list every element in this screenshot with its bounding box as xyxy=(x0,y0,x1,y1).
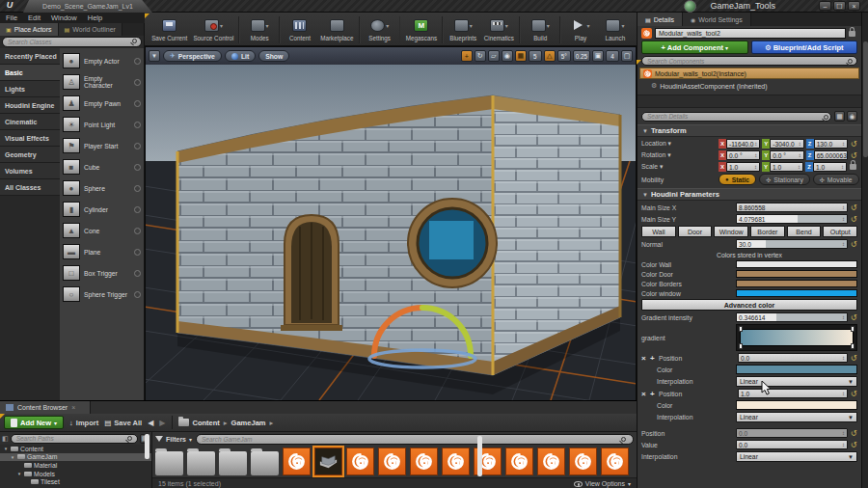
color-swatch[interactable] xyxy=(736,289,857,297)
gradient-stop-handle[interactable] xyxy=(851,326,854,332)
lit-button[interactable]: Lit xyxy=(225,50,256,62)
content-browser-tab[interactable]: Content Browser× xyxy=(0,401,91,414)
reset-location-icon[interactable]: ↺ xyxy=(850,140,857,149)
asset-hda-11[interactable] xyxy=(505,447,533,475)
rotation-x-field[interactable]: 0.0 °↕ xyxy=(726,150,760,160)
grid-snap-icon[interactable]: ▦ xyxy=(515,50,527,62)
collapse-sources-icon[interactable]: ◧ xyxy=(2,435,9,443)
grid-snap-value[interactable]: 5 xyxy=(529,50,542,62)
mobility-movable[interactable]: ✣Movable xyxy=(813,174,859,185)
viewport[interactable]: ▾ ✈Perspective Lit Show + ↻ ▱ ◉ ▦ 5 △ 5°… xyxy=(145,46,637,400)
reset-icon[interactable]: ↺ xyxy=(850,313,857,322)
stop-position-field[interactable]: 1.0↕ xyxy=(738,389,848,398)
gradient-stop-handle[interactable] xyxy=(851,343,854,349)
toolbar-cinematics[interactable]: ▾Cinematics xyxy=(480,18,517,41)
scale-x-field[interactable]: 1.0↕ xyxy=(726,162,760,172)
asset-hda-6[interactable] xyxy=(346,447,374,475)
rotation-y-field[interactable]: 0.0 °↕ xyxy=(770,150,803,160)
interpolation-dropdown[interactable]: Linear▼ xyxy=(736,451,857,462)
search-components-input[interactable] xyxy=(641,56,857,66)
tree-item-models[interactable]: ▾Models xyxy=(0,470,151,478)
scale-gizmo-icon[interactable]: ▱ xyxy=(488,50,500,62)
place-item-empty-pawn[interactable]: ♟Empty Pawn xyxy=(60,93,144,114)
stop-interpolation-dropdown[interactable]: Linear▼ xyxy=(736,412,857,422)
toolbar-launch[interactable]: ▾Launch xyxy=(598,18,633,41)
reset-icon[interactable]: ↺ xyxy=(850,203,857,212)
houdini-tab-bend[interactable]: Bend xyxy=(787,226,822,237)
close-button[interactable]: × xyxy=(848,1,860,11)
search-classes-input[interactable] xyxy=(2,37,142,47)
place-item-cube[interactable]: ■Cube xyxy=(60,156,144,177)
reset-icon[interactable]: ↺ xyxy=(850,215,857,224)
forward-arrow-icon[interactable]: ▶ xyxy=(159,419,165,427)
back-arrow-icon[interactable]: ◀ xyxy=(148,419,153,427)
expand-icon[interactable]: ▾ xyxy=(16,471,22,476)
category-houdini-engine[interactable]: Houdini Engine xyxy=(0,97,60,114)
asset-folder-1[interactable] xyxy=(187,451,215,475)
tree-item-material[interactable]: Material xyxy=(0,461,151,470)
location-x-field[interactable]: -11640.0↕ xyxy=(726,139,760,149)
breadcrumb-gamejam[interactable]: GameJam xyxy=(231,419,266,427)
reset-rotation-icon[interactable]: ↺ xyxy=(850,151,857,160)
drag-handle-icon[interactable] xyxy=(134,58,141,65)
category-geometry[interactable]: Geometry xyxy=(0,147,60,163)
position-field[interactable]: 0.0↕ xyxy=(736,428,848,438)
add-stop-icon[interactable]: + xyxy=(647,390,656,398)
breadcrumb-content[interactable]: Content xyxy=(193,419,220,427)
category-visual-effects[interactable]: Visual Effects xyxy=(0,130,60,147)
place-item-empty-character[interactable]: ♙Empty Character xyxy=(60,71,144,93)
drag-handle-icon[interactable] xyxy=(134,143,141,149)
toolbar-marketplace[interactable]: Marketplace xyxy=(317,18,357,41)
toolbar-build[interactable]: ▾Build xyxy=(523,18,557,41)
filters-button[interactable]: Filters▾ xyxy=(155,436,192,443)
toolbar-play[interactable]: ▾Play xyxy=(563,18,598,41)
gradient-intensity-field[interactable]: 0.346614↕ xyxy=(736,312,848,322)
drag-handle-icon[interactable] xyxy=(134,206,141,213)
drag-handle-icon[interactable] xyxy=(134,122,141,128)
menu-help[interactable]: Help xyxy=(88,14,102,22)
sources-scrollbar[interactable] xyxy=(145,434,149,459)
place-item-point-light[interactable]: ☀Point Light xyxy=(60,114,144,135)
camera-icon[interactable]: ▣ xyxy=(592,50,604,62)
blueprint-add-script-button[interactable]: ⚙Blueprint/Add Script xyxy=(751,41,858,54)
toolbar-modes[interactable]: ▾Modes xyxy=(242,18,277,41)
tab-place-actors[interactable]: ▣Place Actors xyxy=(0,23,59,36)
save-all-button[interactable]: ▤Save All xyxy=(104,419,142,427)
add-component-button[interactable]: +Add Component▾ xyxy=(641,41,748,54)
drag-handle-icon[interactable] xyxy=(134,100,141,107)
expand-icon[interactable]: ▾ xyxy=(3,446,9,451)
toolbar-content[interactable]: Content xyxy=(283,18,317,41)
transform-header[interactable]: ▼Transform xyxy=(637,124,861,137)
toolbar-settings[interactable]: ▾Settings xyxy=(363,18,397,41)
asset-hda-5[interactable] xyxy=(314,447,342,475)
reset-icon[interactable]: ↺ xyxy=(850,441,857,449)
place-item-cylinder[interactable]: ▮Cylinder xyxy=(60,199,144,220)
mobility-stationary[interactable]: ✣Stationary xyxy=(759,174,810,185)
stop-interpolation-dropdown[interactable]: Linear▼ xyxy=(736,376,857,387)
location-label[interactable]: Location ▾ xyxy=(641,140,717,148)
tree-item-content[interactable]: ▾Content xyxy=(0,445,151,453)
mobility-static[interactable]: ●Static xyxy=(719,174,756,185)
drag-handle-icon[interactable] xyxy=(134,79,141,86)
property-matrix-icon[interactable]: ▦ xyxy=(834,111,845,122)
place-item-plane[interactable]: ▬Plane xyxy=(60,241,144,262)
stop-position-field[interactable]: 0.0↕ xyxy=(738,353,848,363)
asset-folder-3[interactable] xyxy=(251,451,279,475)
rotation-label[interactable]: Rotation ▾ xyxy=(641,151,717,159)
main-size-x-field[interactable]: 8.860558↕ xyxy=(736,203,848,212)
add-stop-icon[interactable]: + xyxy=(647,354,656,363)
stop-color-swatch[interactable] xyxy=(736,365,857,374)
import-button[interactable]: ↓Import xyxy=(69,419,98,427)
search-assets-input[interactable] xyxy=(196,434,634,445)
drag-handle-icon[interactable] xyxy=(134,270,141,277)
category-all-classes[interactable]: All Classes xyxy=(0,179,60,196)
menu-file[interactable]: File xyxy=(6,14,17,22)
houdini-tab-wall[interactable]: Wall xyxy=(641,226,676,237)
houdini-tab-window[interactable]: Window xyxy=(714,226,748,237)
gradient-ramp[interactable] xyxy=(736,324,857,351)
main-size-y-field[interactable]: 4.079681↕ xyxy=(736,214,848,224)
normal-field[interactable]: 30.0↕ xyxy=(736,239,848,249)
toolbar-blueprints[interactable]: ▾Blueprints xyxy=(446,18,480,41)
color-swatch[interactable] xyxy=(736,260,857,268)
drag-handle-icon[interactable] xyxy=(134,249,141,256)
